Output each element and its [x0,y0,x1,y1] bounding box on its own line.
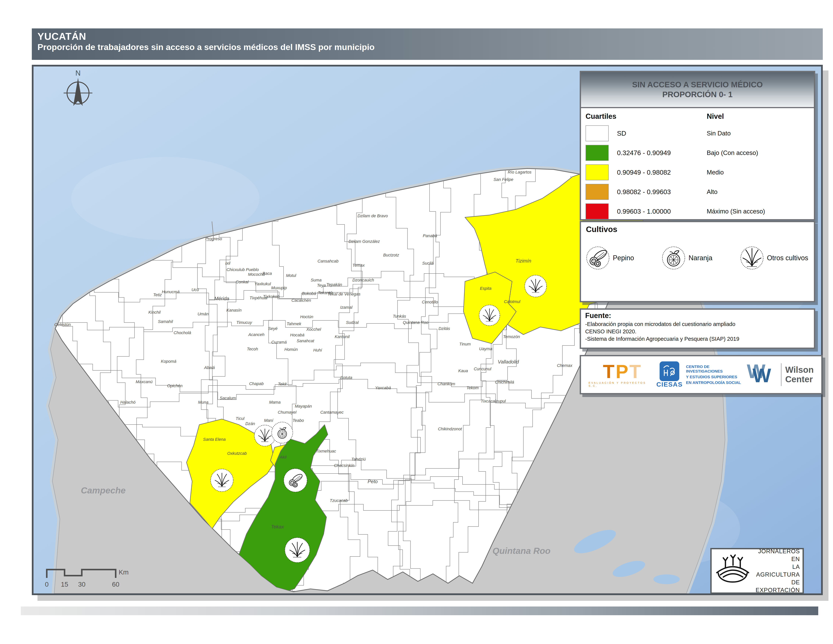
municipality-label: Opichén [167,383,182,388]
legend-title-line2: PROPORCIÓN 0- 1 [662,90,732,100]
municipality-label: Tixcacalcupul [481,399,506,403]
swatch-medio [585,164,609,180]
municipality-label: Cansahcab [317,259,338,264]
municipality-label: Tekom [466,385,479,390]
municipality-label: Tekax [271,524,284,530]
municipality-label: Uayma [479,346,492,351]
municipality-label: Temozón [503,334,520,339]
municipality-label: Sucilá [422,261,434,266]
municipality-label: Yaxcabá [375,385,391,390]
svg-text:60: 60 [112,581,119,588]
naranja-icon [662,246,685,270]
svg-text:Km: Km [119,568,129,576]
cultivos-panel: Cultivos Pepino Naranja [580,221,815,302]
swat​ch-alto [585,184,609,200]
title-bar: YUCATÁN Proporción de trabajadores sin a… [32,28,823,60]
wilson-name-1: Wilson [785,365,814,375]
wilson-name-2: Center [785,375,814,384]
ciesas-line-1: CENTRO DE INVESTIGACIONES [686,364,747,374]
cultivo-otros: Otros cultivos [740,246,808,270]
municipality-label: Tecoh [247,347,258,351]
municipality-label: Homún [285,347,298,352]
municipality-label: Chicxulub Pueblo [227,267,259,272]
legend-level-sd: Sin Dato [707,124,809,143]
municipality-label: Maní [264,418,274,423]
municipality-label: Dzilam de Bravo [357,214,388,218]
municipality-label: Dzoncauich [352,278,374,282]
municipality-label: Celestún [54,322,71,327]
legend-col-cuartiles: Cuartiles [585,112,707,121]
wilson-divider [781,363,782,386]
municipality-label: Cantamayec [320,410,344,415]
jornaleros-line-2: LA AGRICULTURA [753,563,800,579]
legend-row: SD [585,124,707,143]
cultivo-naranja-label: Naranja [688,254,712,262]
municipality-label: Suma [311,278,322,282]
municipality-label: Cenotillo [422,299,438,304]
legend-level-alto: Alto [707,182,809,201]
municipality-label: Halachó [120,400,135,404]
municipality-label: Kinchil [148,310,161,315]
municipality-label: Tahdziú [351,457,366,462]
ciesas-line-3: EN ANTROPOLOGÍA SOCIAL [686,380,747,385]
municipality-label: Baca [262,271,272,276]
municipality-label: Valladolid [498,359,519,364]
scale-bar: 0 15 30 60 Km [43,567,132,591]
svg-text:0: 0 [45,581,48,588]
municipality-label: Oxkutzcab [227,451,247,456]
municipality-label: Chumayel [278,410,297,415]
jornaleros-field-icon [713,551,753,591]
jornaleros-line-1: JORNALEROS EN [753,547,800,563]
municipality-label: Santa Elena [203,437,226,442]
bottom-decoration-bar [21,607,818,615]
municipality-label: Quintana Roo [403,320,428,325]
swatch-bajo [585,145,609,161]
cultivo-naranja: Naranja [662,246,712,270]
municipality-label: Chichimilá [495,380,514,385]
municipality-label: Sanahcat [297,338,314,343]
municipality-label: Mayapán [295,404,312,409]
legend-range-maximo: 0.99603 - 1.00000 [617,208,671,215]
fuente-title: Fuente: [585,312,814,320]
municipality-label: Ixil [225,261,231,266]
municipality-label: Maxcanú [136,379,153,384]
municipality-label: Huhí [313,348,322,353]
municipality-label: Motul [286,273,296,278]
municipality-label: Dzitás [439,326,450,331]
municipality-label: San Felipe [494,177,513,182]
municipality-label: Sacalum [220,396,236,401]
legend-range-alto: 0.98082 - 0.99603 [617,188,671,196]
municipality-label: Akil [280,455,286,459]
municipality-label: Izamal [340,305,353,310]
municipality-label: Muna [198,400,208,404]
municipality-label: Hocabá [290,333,304,337]
municipality-label: Teya [317,283,326,288]
legend-title-line1: SIN ACCESO A SERVICIO MÉDICO [632,80,763,90]
municipality-label: Tetiz [153,293,162,297]
legend-header: SIN ACCESO A SERVICIO MÉDICO PROPORCIÓN … [581,72,814,108]
municipality-label: Abalá [204,365,215,370]
tpt-letter-t2: T [629,361,642,382]
municipality-label: Kaua [458,369,468,373]
ciesas-logo: CIESAS CENTRO DE INVESTIGACIONES Y ESTUD… [656,361,747,388]
municipality-label: Yaxkukul [254,282,271,286]
municipality-label: Tekit [278,382,286,386]
municipality-label: Mama [269,400,281,404]
tpt-caption: EVALUACIÓN Y PROYECTOS S.C. [589,381,656,387]
ciesas-line-2: Y ESTUDIOS SUPERIORES [686,375,747,379]
municipality-label: Hunucmá [162,290,180,294]
municipality-label: Espita [480,286,492,291]
municipality-label: Bokobá [302,291,316,296]
municipality-label: Tekal de Venegas [328,292,360,296]
municipality-label: Dzilam González [349,239,380,244]
municipality-label: Tepakán [326,282,342,287]
municipality-label: Tzucacab [330,498,348,503]
municipality-label: Río Lagartos [508,170,531,174]
municipality-label: Samahil [158,319,173,324]
page: YUCATÁN Proporción de trabajadores sin a… [0,0,833,644]
municipality-label: Kopomá [161,359,176,364]
municipality-label: Chikindzonot [438,427,462,431]
municipality-label: Cacalchén [291,298,311,303]
municipality-label: Cuzamá [271,340,286,345]
municipality-label: Acanceh [248,332,264,337]
